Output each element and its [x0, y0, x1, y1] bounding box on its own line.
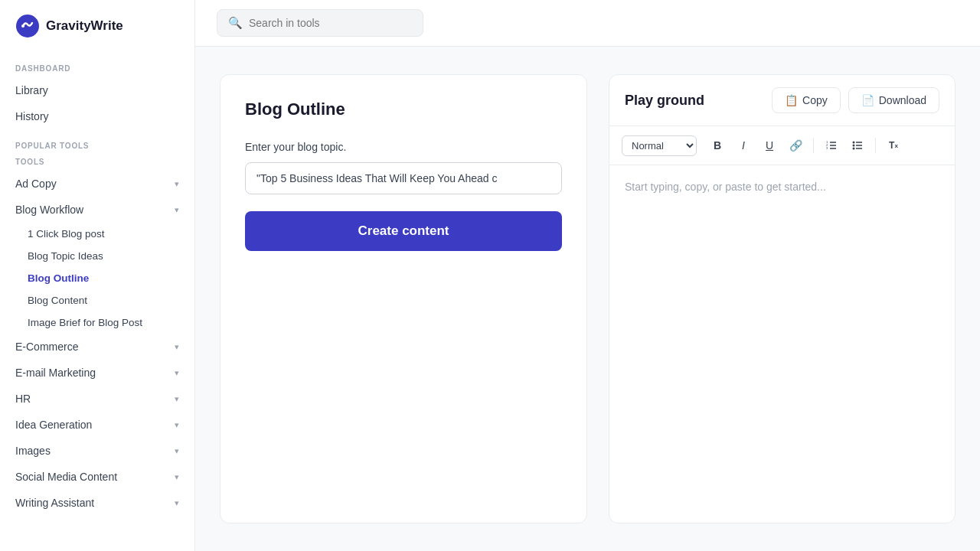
sidebar-item-social-media[interactable]: Social Media Content ▾	[0, 464, 194, 490]
logo-text: GravityWrite	[46, 18, 123, 34]
bold-button[interactable]: B	[706, 134, 729, 157]
copy-button[interactable]: 📋 Copy	[772, 87, 841, 113]
toolbar-divider-2	[875, 138, 876, 153]
search-icon: 🔍	[228, 16, 243, 30]
unordered-list-button[interactable]	[846, 134, 869, 157]
text-style-select[interactable]: Normal Heading 1 Heading 2	[622, 135, 697, 156]
sidebar-item-hr[interactable]: HR ▾	[0, 386, 194, 412]
sidebar-subitem-blog-outline[interactable]: Blog Outline	[0, 267, 194, 289]
underline-button[interactable]: U	[758, 134, 781, 157]
left-panel: Blog Outline Enter your blog topic. Crea…	[220, 74, 587, 523]
idea-generation-label: Idea Generation	[15, 419, 92, 431]
writing-assistant-label: Writing Assistant	[15, 497, 94, 509]
sidebar-subitem-blog-topic-ideas[interactable]: Blog Topic Ideas	[0, 245, 194, 267]
playground-title: Play ground	[625, 93, 704, 109]
sidebar-subitem-image-brief[interactable]: Image Brief for Blog Post	[0, 311, 194, 334]
dashboard-section-label: DASHBOARD	[0, 52, 194, 77]
right-panel: Play ground 📋 Copy 📄 Download Normal Hea…	[609, 74, 956, 523]
copy-label: Copy	[802, 94, 828, 106]
sidebar-item-blog-workflow[interactable]: Blog Workflow ▾	[0, 197, 194, 223]
clear-format-button[interactable]: Tx	[882, 134, 905, 157]
social-media-chevron: ▾	[175, 472, 179, 482]
topbar: 🔍	[195, 0, 980, 47]
unordered-list-icon	[851, 139, 864, 152]
sidebar-subitem-blog-content[interactable]: Blog Content	[0, 289, 194, 311]
content-area: Blog Outline Enter your blog topic. Crea…	[195, 47, 980, 551]
writing-assistant-chevron: ▾	[175, 498, 179, 508]
search-input[interactable]	[249, 17, 412, 29]
topic-input-label: Enter your blog topic.	[245, 141, 562, 153]
svg-text:3: 3	[826, 146, 828, 150]
search-box[interactable]: 🔍	[217, 9, 423, 37]
e-commerce-label: E-Commerce	[15, 341, 78, 353]
ordered-list-button[interactable]: 1 2 3	[820, 134, 843, 157]
ad-copy-chevron: ▾	[175, 179, 179, 189]
download-icon: 📄	[861, 94, 874, 106]
sidebar-item-library[interactable]: Library	[0, 77, 194, 103]
hr-label: HR	[15, 393, 31, 405]
sidebar-item-email-marketing[interactable]: E-mail Marketing ▾	[0, 360, 194, 386]
sidebar-item-e-commerce[interactable]: E-Commerce ▾	[0, 334, 194, 360]
link-button[interactable]: 🔗	[784, 134, 807, 157]
italic-button[interactable]: I	[732, 134, 755, 157]
download-button[interactable]: 📄 Download	[848, 87, 939, 113]
sidebar-subitem-1-click-blog[interactable]: 1 Click Blog post	[0, 223, 194, 245]
email-marketing-chevron: ▾	[175, 368, 179, 378]
blog-topic-input[interactable]	[245, 162, 562, 194]
svg-point-10	[853, 148, 855, 150]
copy-icon: 📋	[785, 94, 798, 106]
editor-toolbar: Normal Heading 1 Heading 2 B I U 🔗 1 2	[609, 126, 955, 165]
blog-content-label: Blog Content	[28, 295, 87, 306]
images-label: Images	[15, 445, 51, 457]
sidebar-item-ad-copy[interactable]: Ad Copy ▾	[0, 171, 194, 197]
editor-placeholder: Start typing, copy, or paste to get star…	[625, 181, 826, 193]
svg-point-8	[853, 142, 855, 144]
1-click-blog-label: 1 Click Blog post	[28, 228, 105, 240]
sidebar-item-images[interactable]: Images ▾	[0, 438, 194, 464]
idea-generation-chevron: ▾	[175, 420, 179, 430]
sidebar-item-writing-assistant[interactable]: Writing Assistant ▾	[0, 490, 194, 516]
svg-point-1	[21, 24, 24, 28]
social-media-label: Social Media Content	[15, 471, 117, 483]
svg-point-9	[853, 145, 855, 147]
playground-header: Play ground 📋 Copy 📄 Download	[609, 75, 955, 126]
header-actions: 📋 Copy 📄 Download	[772, 87, 939, 113]
create-content-button[interactable]: Create content	[245, 211, 562, 251]
main-content: 🔍 Blog Outline Enter your blog topic. Cr…	[195, 0, 980, 551]
blog-topic-ideas-label: Blog Topic Ideas	[28, 250, 103, 262]
library-label: Library	[15, 84, 48, 96]
editor-area[interactable]: Start typing, copy, or paste to get star…	[609, 165, 955, 523]
popular-tools-label: POPULAR TOOLS	[0, 129, 194, 155]
images-chevron: ▾	[175, 446, 179, 456]
gravitywrite-logo-icon	[15, 14, 40, 38]
logo-area: GravityWrite	[0, 0, 194, 52]
email-marketing-label: E-mail Marketing	[15, 367, 96, 379]
ordered-list-icon: 1 2 3	[825, 139, 838, 152]
history-label: History	[15, 110, 49, 122]
blog-outline-title: Blog Outline	[245, 99, 562, 119]
sidebar-item-history[interactable]: History	[0, 103, 194, 129]
image-brief-label: Image Brief for Blog Post	[28, 317, 142, 328]
download-label: Download	[879, 94, 926, 106]
blog-outline-label: Blog Outline	[28, 272, 89, 284]
blog-workflow-label: Blog Workflow	[15, 204, 83, 216]
e-commerce-chevron: ▾	[175, 342, 179, 352]
sidebar: GravityWrite DASHBOARD Library History P…	[0, 0, 195, 551]
tools-label: TOOLS	[0, 155, 194, 171]
sidebar-item-idea-generation[interactable]: Idea Generation ▾	[0, 412, 194, 438]
hr-chevron: ▾	[175, 394, 179, 404]
blog-workflow-chevron: ▾	[175, 205, 179, 215]
ad-copy-label: Ad Copy	[15, 178, 57, 190]
toolbar-divider-1	[813, 138, 814, 153]
svg-point-0	[16, 15, 39, 37]
